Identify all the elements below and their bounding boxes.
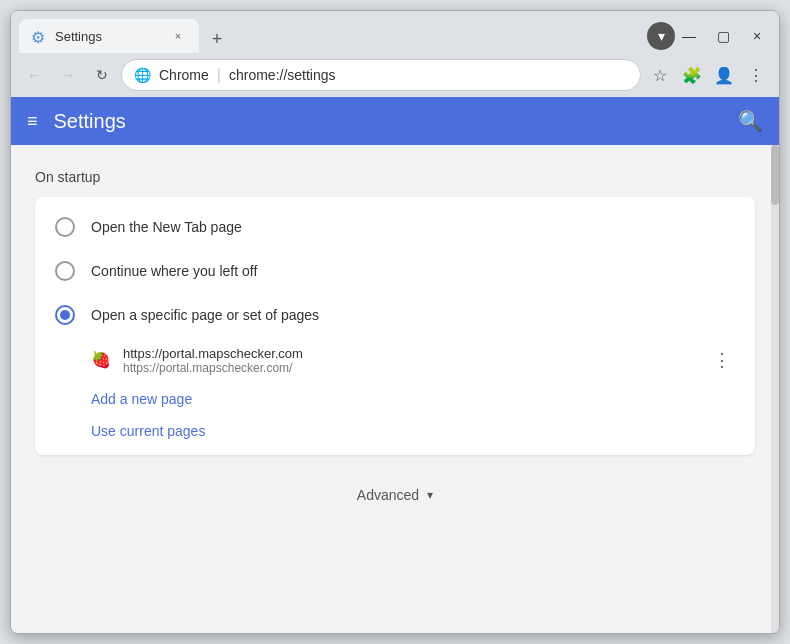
radio-specific-label: Open a specific page or set of pages <box>91 307 319 323</box>
section-title: On startup <box>35 169 755 185</box>
browser-window: ⚙ Settings × + ▾ — ▢ × ← → ↻ 🌐 Chrome | … <box>10 10 780 634</box>
toolbar-icons: ☆ 🧩 👤 ⋮ <box>645 60 771 90</box>
page-url-sub: https://portal.mapschecker.com/ <box>123 361 697 375</box>
back-button[interactable]: ← <box>19 60 49 90</box>
radio-new-tab-circle[interactable] <box>55 217 75 237</box>
settings-header-left: ≡ Settings <box>27 110 126 133</box>
page-info: https://portal.mapschecker.com https://p… <box>123 346 697 375</box>
address-url: chrome://settings <box>229 67 336 83</box>
radio-continue-circle[interactable] <box>55 261 75 281</box>
tab-favicon-icon: ⚙ <box>31 28 47 44</box>
close-button[interactable]: × <box>743 22 771 50</box>
new-tab-button[interactable]: + <box>203 25 231 53</box>
tab-area: ⚙ Settings × + <box>19 19 639 53</box>
add-new-page-button[interactable]: Add a new page <box>35 383 755 415</box>
advanced-label: Advanced <box>357 487 419 503</box>
scrollbar-track[interactable] <box>771 145 779 633</box>
address-chrome-logo: 🌐 <box>134 67 151 83</box>
scrollbar-thumb[interactable] <box>771 145 779 205</box>
page-url-main: https://portal.mapschecker.com <box>123 346 697 361</box>
reload-button[interactable]: ↻ <box>87 60 117 90</box>
menu-button[interactable]: ⋮ <box>741 60 771 90</box>
radio-option-continue[interactable]: Continue where you left off <box>35 249 755 293</box>
address-divider: | <box>217 66 221 84</box>
startup-page-entry: 🍓 https://portal.mapschecker.com https:/… <box>35 337 755 383</box>
settings-content: On startup Open the New Tab page Continu… <box>11 145 779 633</box>
forward-button[interactable]: → <box>53 60 83 90</box>
active-tab[interactable]: ⚙ Settings × <box>19 19 199 53</box>
advanced-section[interactable]: Advanced ▾ <box>35 471 755 519</box>
use-current-pages-button[interactable]: Use current pages <box>35 415 755 447</box>
startup-card: Open the New Tab page Continue where you… <box>35 197 755 455</box>
radio-option-specific[interactable]: Open a specific page or set of pages <box>35 293 755 337</box>
page-favicon-icon: 🍓 <box>91 350 111 370</box>
radio-new-tab-label: Open the New Tab page <box>91 219 242 235</box>
minimize-button[interactable]: — <box>675 22 703 50</box>
overflow-button[interactable]: ▾ <box>647 22 675 50</box>
bookmark-star-button[interactable]: ☆ <box>645 60 675 90</box>
profile-button[interactable]: 👤 <box>709 60 739 90</box>
extensions-button[interactable]: 🧩 <box>677 60 707 90</box>
maximize-button[interactable]: ▢ <box>709 22 737 50</box>
radio-continue-label: Continue where you left off <box>91 263 257 279</box>
advanced-arrow-icon: ▾ <box>427 488 433 502</box>
radio-option-new-tab[interactable]: Open the New Tab page <box>35 205 755 249</box>
toolbar: ← → ↻ 🌐 Chrome | chrome://settings ☆ 🧩 👤… <box>11 53 779 97</box>
tab-close-button[interactable]: × <box>169 27 187 45</box>
settings-page-title: Settings <box>54 110 126 133</box>
radio-specific-circle[interactable] <box>55 305 75 325</box>
address-brand: Chrome <box>159 67 209 83</box>
tab-title-label: Settings <box>55 29 161 44</box>
settings-header: ≡ Settings 🔍 <box>11 97 779 145</box>
radio-inner-dot <box>60 310 70 320</box>
window-controls: — ▢ × <box>675 22 771 50</box>
title-bar: ⚙ Settings × + ▾ — ▢ × <box>11 11 779 53</box>
hamburger-menu-button[interactable]: ≡ <box>27 111 38 132</box>
address-bar[interactable]: 🌐 Chrome | chrome://settings <box>121 59 641 91</box>
settings-body: On startup Open the New Tab page Continu… <box>11 145 779 633</box>
page-more-button[interactable]: ⋮ <box>709 345 735 375</box>
settings-search-button[interactable]: 🔍 <box>738 109 763 133</box>
